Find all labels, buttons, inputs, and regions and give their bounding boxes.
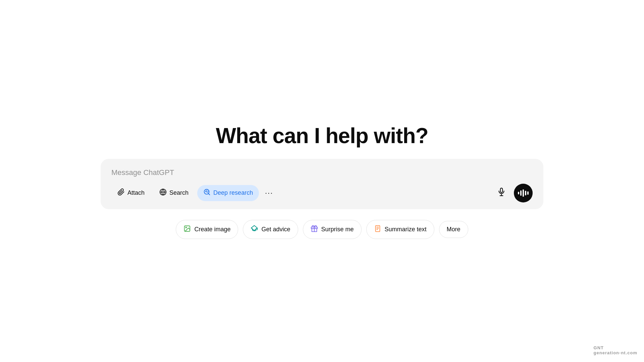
more-label: More bbox=[447, 226, 461, 233]
search-button[interactable]: Search bbox=[153, 185, 195, 201]
svg-rect-4 bbox=[500, 188, 503, 192]
create-image-label: Create image bbox=[194, 226, 230, 233]
input-toolbar: Attach Search bbox=[111, 184, 533, 202]
audio-bar-2 bbox=[520, 190, 522, 196]
ellipsis-icon: ··· bbox=[265, 189, 273, 197]
watermark: GNT generation-nt.com bbox=[594, 345, 637, 355]
audio-bar-1 bbox=[518, 192, 519, 194]
deep-research-button[interactable]: Deep research bbox=[197, 185, 259, 201]
summarize-text-label: Summarize text bbox=[385, 226, 427, 233]
watermark-line1: GNT bbox=[594, 345, 637, 350]
svg-line-3 bbox=[208, 193, 210, 195]
toolbar-left: Attach Search bbox=[111, 185, 276, 201]
svg-point-8 bbox=[186, 227, 187, 228]
globe-icon bbox=[159, 188, 167, 198]
search-label: Search bbox=[169, 189, 189, 196]
deep-research-label: Deep research bbox=[213, 189, 253, 196]
audio-bar-4 bbox=[525, 191, 526, 195]
chat-input-box[interactable]: Message ChatGPT Attach bbox=[101, 159, 543, 209]
microphone-button[interactable] bbox=[493, 185, 510, 201]
surprise-me-icon bbox=[311, 225, 318, 234]
audio-visualizer-button[interactable] bbox=[514, 184, 533, 202]
toolbar-right bbox=[493, 184, 533, 202]
get-advice-label: Get advice bbox=[261, 226, 290, 233]
create-image-pill[interactable]: Create image bbox=[176, 220, 238, 239]
suggestion-pills: Create image Get advice S bbox=[176, 220, 468, 239]
surprise-me-pill[interactable]: Surprise me bbox=[303, 220, 362, 239]
attach-icon bbox=[117, 188, 125, 198]
deep-research-icon bbox=[203, 188, 211, 198]
get-advice-icon bbox=[251, 225, 258, 234]
audio-bar-5 bbox=[527, 191, 529, 195]
more-pill[interactable]: More bbox=[439, 221, 468, 238]
attach-label: Attach bbox=[127, 189, 145, 196]
summarize-text-icon bbox=[374, 225, 381, 234]
summarize-text-pill[interactable]: Summarize text bbox=[366, 220, 434, 239]
page-headline: What can I help with? bbox=[216, 123, 428, 148]
audio-bar-3 bbox=[523, 189, 524, 197]
watermark-line2: generation-nt.com bbox=[594, 350, 637, 355]
get-advice-pill[interactable]: Get advice bbox=[243, 220, 298, 239]
input-placeholder[interactable]: Message ChatGPT bbox=[111, 168, 533, 177]
microphone-icon bbox=[497, 187, 506, 198]
main-container: What can I help with? Message ChatGPT At… bbox=[0, 123, 644, 239]
attach-button[interactable]: Attach bbox=[111, 185, 151, 201]
audio-bars bbox=[518, 189, 529, 197]
surprise-me-label: Surprise me bbox=[321, 226, 354, 233]
create-image-icon bbox=[183, 225, 191, 234]
more-options-button[interactable]: ··· bbox=[262, 186, 276, 200]
